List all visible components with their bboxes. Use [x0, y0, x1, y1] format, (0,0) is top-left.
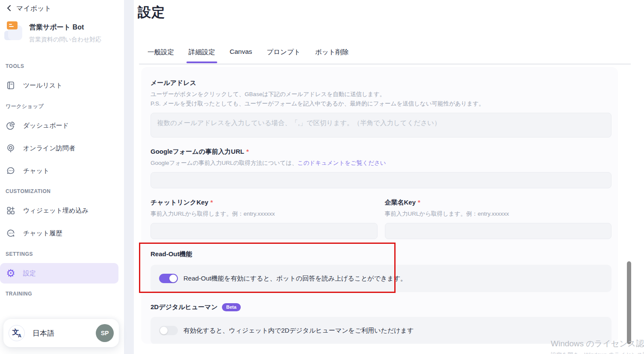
digital-human-label-row: 2Dデジタルヒューマン Beta — [151, 303, 612, 311]
required-asterisk: * — [246, 148, 249, 155]
digital-human-panel: 有効化すると、ウィジェット内で2Dデジタルヒューマンをご利用いただけます — [151, 317, 612, 344]
main-content: 設定 一般設定 詳細設定 Canvas プロンプト ボット削除 メールアドレス … — [134, 0, 644, 354]
translate-icon[interactable]: 文A — [9, 325, 25, 341]
sidebar-item-label: ダッシュボード — [23, 122, 69, 130]
sidebar-item-tool-list[interactable]: ツールリスト — [6, 80, 62, 91]
google-form-url-desc: Googleフォームの事前入力URLの取得方法については、このドキュメントをご覧… — [151, 159, 612, 167]
sidebar-item-chat[interactable]: チャット — [6, 166, 49, 176]
chat-bubble-icon — [6, 166, 16, 176]
section-label-training: TRAINING — [6, 291, 32, 297]
company-key-label: 企業名Key* — [385, 199, 612, 207]
page-title: 設定 — [138, 3, 165, 21]
sidebar-item-widget-embed[interactable]: ウィジェット埋め込み — [6, 205, 89, 216]
google-form-url-input[interactable] — [151, 172, 612, 188]
tab-general-settings[interactable]: 一般設定 — [148, 48, 174, 63]
digital-human-toggle[interactable] — [159, 326, 178, 335]
google-form-url-label: Googleフォームの事前入力URL* — [151, 148, 612, 156]
grid-plus-icon — [6, 205, 16, 216]
sidebar-item-label: 設定 — [23, 269, 36, 278]
read-out-desc: Read-Out機能を有効にすると、ボットの回答を読み上げることができます。 — [183, 275, 407, 283]
read-out-label: Read-Out機能 — [151, 250, 612, 258]
section-label-customization: CUSTOMIZATION — [6, 188, 50, 194]
tab-divider — [139, 64, 631, 64]
bot-avatar — [4, 21, 23, 43]
document-link[interactable]: このドキュメントをご覧ください — [298, 160, 386, 166]
user-avatar[interactable]: SP — [96, 324, 114, 342]
email-desc-1: ユーザーがボタンをクリックして、GBaseは下記のメールアドレスを自動に送信しま… — [151, 91, 612, 98]
sidebar-item-settings[interactable]: ⚙ 設定 — [0, 263, 118, 284]
section-label-tools: TOOLS — [6, 63, 24, 69]
folder-icon — [7, 21, 18, 29]
bot-subtitle: 営業資料の問い合わせ対応 — [29, 36, 101, 44]
book-icon — [6, 80, 16, 91]
required-asterisk: * — [210, 199, 213, 206]
chevron-left-icon — [6, 5, 12, 13]
tab-bar: 一般設定 詳細設定 Canvas プロンプト ボット削除 — [148, 48, 349, 63]
sidebar-item-label: チャット履歴 — [23, 229, 62, 237]
company-key-desc: 事前入力URLから取得します。例：entry.xxxxxx — [385, 210, 612, 218]
watermark-line-2: 設定を開き、Windows のライセンス認証 — [551, 351, 644, 354]
windows-activation-watermark: Windows のライセンス認証 設定を開き、Windows のライセンス認証 — [551, 338, 644, 354]
tab-delete-bot[interactable]: ボット削除 — [315, 48, 349, 63]
email-desc-2: P.S. メールを受け取ったとしても、ユーザーがフォームを記入中であるか、最終的… — [151, 100, 612, 108]
bot-info: 営業サポート Bot 営業資料の問い合わせ対応 — [4, 21, 101, 44]
email-label: メールアドレス — [151, 79, 612, 87]
sidebar-item-online-visitors[interactable]: オンライン訪問者 — [6, 143, 75, 153]
tab-canvas[interactable]: Canvas — [230, 48, 252, 63]
chat-link-key-label: チャットリンクKey* — [151, 199, 378, 207]
sidebar-item-label: チャット — [23, 167, 49, 175]
chat-history-icon — [6, 228, 16, 238]
digital-human-desc: 有効化すると、ウィジェット内で2Dデジタルヒューマンをご利用いただけます — [183, 327, 414, 335]
read-out-toggle[interactable] — [159, 274, 178, 283]
sidebar-item-chat-history[interactable]: チャット履歴 — [6, 228, 62, 238]
read-out-panel: Read-Out機能を有効にすると、ボットの回答を読み上げることができます。 — [151, 265, 612, 292]
sidebar-item-label: ツールリスト — [23, 82, 62, 90]
watermark-line-1: Windows のライセンス認証 — [551, 338, 644, 349]
pie-chart-icon — [6, 120, 16, 131]
back-label: マイボット — [16, 4, 51, 13]
back-to-mybots-link[interactable]: マイボット — [6, 4, 51, 13]
gear-icon: ⚙ — [6, 268, 16, 278]
chat-link-key-input[interactable] — [151, 223, 378, 239]
beta-badge: Beta — [222, 303, 241, 311]
language-card: 文A 日本語 SP — [3, 319, 119, 347]
broadcast-icon — [6, 143, 16, 153]
section-label-workshop: ワークショップ — [6, 103, 44, 110]
bot-name: 営業サポート Bot — [29, 21, 101, 32]
sidebar-item-label: ウィジェット埋め込み — [23, 207, 89, 215]
company-key-input[interactable] — [385, 223, 612, 239]
sidebar-item-label: オンライン訪問者 — [23, 144, 75, 152]
sidebar: マイボット 営業サポート Bot 営業資料の問い合わせ対応 TOOLS ツールリ… — [0, 0, 124, 354]
tab-advanced-settings[interactable]: 詳細設定 — [189, 48, 215, 63]
email-input[interactable] — [151, 113, 612, 138]
vertical-scrollbar-thumb[interactable] — [627, 261, 631, 344]
tab-prompt[interactable]: プロンプト — [267, 48, 301, 63]
sidebar-item-dashboard[interactable]: ダッシュボード — [6, 120, 69, 131]
digital-human-label: 2Dデジタルヒューマン — [151, 303, 218, 311]
required-asterisk: * — [418, 199, 420, 206]
language-selector[interactable]: 日本語 — [32, 328, 54, 338]
chat-link-key-desc: 事前入力URLから取得します。例：entry.xxxxxx — [151, 210, 378, 218]
settings-form: メールアドレス ユーザーがボタンをクリックして、GBaseは下記のメールアドレス… — [141, 67, 618, 344]
section-label-settings: SETTINGS — [6, 251, 33, 257]
